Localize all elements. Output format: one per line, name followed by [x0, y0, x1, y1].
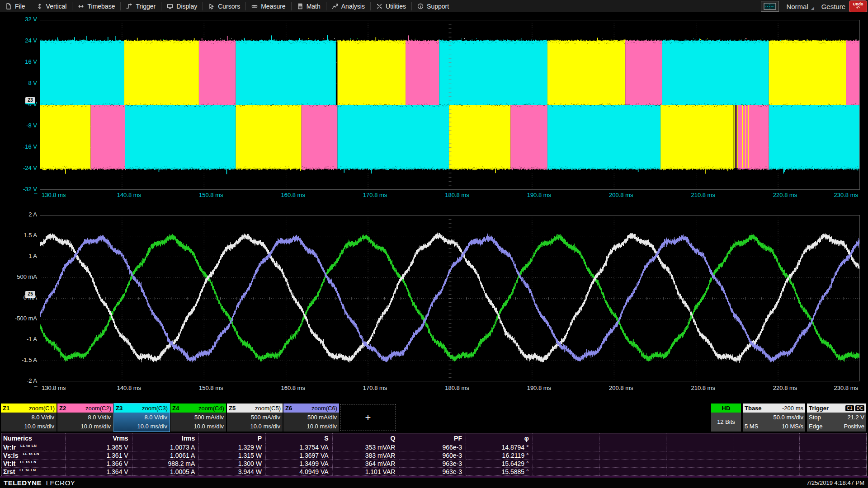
numerics-table[interactable]: Numerics VrmsIrmsPSQPFφVr:IrLL to LN1.36… [1, 433, 867, 476]
numerics-value-cell: 1.315 W [199, 451, 266, 460]
numerics-column-header: Irms [132, 433, 199, 443]
trace-id: Z5 [229, 405, 236, 412]
trigger-level: 21.2 V [847, 413, 864, 422]
trace-source: zoom(C4) [198, 405, 224, 412]
hd-mode-box[interactable]: HD 12 Bits [711, 404, 741, 432]
trace-descriptor-z4[interactable]: Z4zoom(C4)500 mA/div10.0 ms/div [170, 404, 226, 432]
status-bar: TELEDYNE LECROY 7/25/2019 4:18:47 PM [0, 478, 868, 488]
z5-zero-marker[interactable]: Z5 [25, 291, 35, 298]
z3-zero-marker[interactable]: Z3 [25, 97, 35, 104]
menu-bar: FileVerticalTimebaseTriggerDisplayCursor… [0, 0, 868, 13]
display-layout-button[interactable] [761, 1, 779, 12]
numerics-column-header [733, 433, 800, 443]
menu-items: FileVerticalTimebaseTriggerDisplayCursor… [0, 0, 454, 13]
time-tick-label: 230.8 ms [834, 192, 858, 198]
trace-descriptor-row: Z1zoom(C1)8.0 V/div10.0 ms/divZ2zoom(C2)… [1, 404, 867, 432]
menu-item-label: File [15, 3, 25, 10]
display-mode-select[interactable]: Normal [786, 3, 808, 10]
axis-tick-label: 16 V [0, 58, 37, 65]
trace-horizontal-scale: 10.0 ms/div [227, 422, 280, 431]
trace-descriptor-z2[interactable]: Z2zoom(C2)8.0 V/div10.0 ms/div [57, 404, 113, 432]
numerics-value-cell [733, 468, 800, 476]
numerics-value-cell: 1.0005 A [132, 468, 199, 476]
numerics-value-cell: 1.364 V [66, 468, 132, 476]
numerics-value-cell: 988.2 mA [132, 460, 199, 468]
menu-item-analysis[interactable]: Analysis [326, 0, 370, 13]
numerics-column-header: P [199, 433, 266, 443]
menu-item-trigger[interactable]: Trigger [121, 0, 161, 13]
timebase-box[interactable]: Tbase -200 ms 50.0 ms/div 5 MS 10 MS/s [743, 404, 805, 432]
trace-source: zoom(C3) [142, 405, 168, 412]
brand-primary: TELEDYNE [4, 479, 42, 487]
numerics-value-cell [800, 451, 867, 460]
trace-source: zoom(C1) [29, 405, 55, 412]
trace-id: Z2 [59, 405, 66, 412]
timebase-rate: 10 MS/s [782, 422, 803, 431]
menu-item-support[interactable]: Support [412, 0, 454, 13]
trigger-box[interactable]: Trigger C1 DC Stop 21.2 V Edge Positive [807, 404, 866, 432]
numerics-value-cell [533, 468, 600, 476]
time-tick-label: 200.8 ms [609, 192, 633, 198]
time-tick-label: 140.8 ms [117, 385, 141, 391]
gesture-button[interactable]: Gesture [821, 3, 845, 10]
axis-tick-label: -1 A [0, 336, 37, 343]
timebase-title: Tbase [745, 405, 762, 412]
trigger-icon [126, 3, 132, 9]
numerics-value-cell: 963e-3 [399, 460, 466, 468]
analysis-icon [332, 3, 338, 9]
hd-bits: 12 Bits [711, 413, 741, 432]
trigger-title: Trigger [809, 405, 829, 412]
voltage-waveform-grid[interactable] [40, 20, 860, 190]
numerics-value-cell [800, 468, 867, 476]
trace-horizontal-scale: 10.0 ms/div [283, 422, 337, 431]
numerics-column-header: Vrms [66, 433, 132, 443]
current-waveform-grid[interactable] [40, 215, 860, 381]
trace-descriptor-z6[interactable]: Z6zoom(C6)500 mA/div10.0 ms/div [283, 404, 339, 432]
trace-descriptor-z1[interactable]: Z1zoom(C1)8.0 V/div10.0 ms/div [1, 404, 57, 432]
numerics-value-cell [666, 460, 733, 468]
menu-item-math[interactable]: Math [292, 0, 326, 13]
vertical-icon [37, 3, 43, 9]
axis-tick-label: 24 V [0, 37, 37, 44]
trace-descriptor-z5[interactable]: Z5zoom(C5)500 mA/div10.0 ms/div [227, 404, 283, 432]
undo-button[interactable]: Undo ↶ [849, 0, 867, 12]
numerics-value-cell [599, 443, 666, 451]
numerics-row-label: Vs:IsLL to LN [1, 451, 66, 460]
trace-id: Z4 [172, 405, 179, 412]
menu-item-label: Trigger [136, 3, 156, 10]
menu-item-vertical[interactable]: Vertical [31, 0, 72, 13]
menu-item-cursors[interactable]: Cursors [203, 0, 245, 13]
menu-item-display[interactable]: Display [161, 0, 203, 13]
trace-vertical-scale: 8.0 V/div [1, 413, 54, 422]
numerics-title: Numerics [1, 433, 66, 443]
numerics-value-cell [733, 451, 800, 460]
numerics-value-cell [599, 468, 666, 476]
axis-tick-label: 500 mA [0, 273, 37, 280]
numerics-value-cell: 1.3499 VA [266, 460, 333, 468]
numerics-column-header [666, 433, 733, 443]
numerics-value-cell: 353 mVAR [333, 443, 400, 451]
time-tick-label: 170.8 ms [363, 192, 387, 198]
trace-vertical-scale: 500 mA/div [283, 413, 337, 422]
time-tick-label: 220.8 ms [773, 385, 797, 391]
numerics-value-cell [733, 460, 800, 468]
trace-descriptor-z3[interactable]: Z3zoom(C3)8.0 V/div10.0 ms/div [114, 404, 170, 432]
menu-item-utilities[interactable]: Utilities [371, 0, 411, 13]
trigger-coupling-chip: DC [855, 405, 864, 411]
trace-id: Z3 [116, 405, 123, 412]
axis-tick-label: -32 V [0, 186, 37, 192]
trace-source: zoom(C5) [255, 405, 281, 412]
menu-item-label: Utilities [386, 3, 406, 10]
menu-item-measure[interactable]: Measure [246, 0, 291, 13]
menu-item-label: Measure [261, 3, 285, 10]
trace-vertical-scale: 8.0 V/div [114, 413, 167, 422]
trigger-type: Edge [809, 422, 822, 431]
numerics-column-header: φ [466, 433, 533, 443]
menu-item-label: Analysis [341, 3, 365, 10]
add-trace-button[interactable]: + [340, 404, 396, 431]
numerics-value-cell [533, 451, 600, 460]
menu-item-file[interactable]: File [0, 0, 31, 13]
menu-item-timebase[interactable]: Timebase [72, 0, 120, 13]
time-tick-label: 210.8 ms [691, 192, 715, 198]
time-tick-label: 150.8 ms [199, 192, 223, 198]
